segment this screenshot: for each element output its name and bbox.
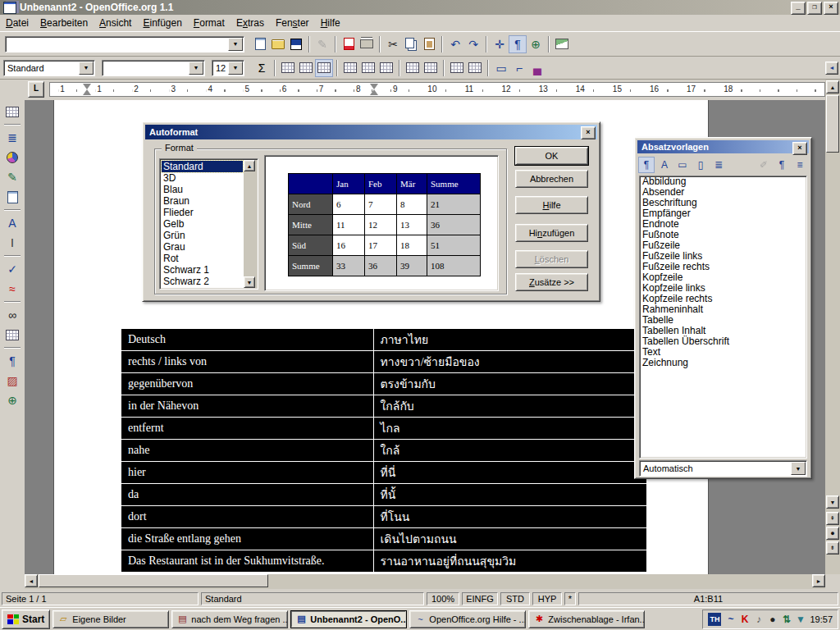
sum-icon[interactable]: Σ (253, 59, 271, 77)
new-document-icon[interactable] (251, 35, 269, 53)
status-hyperlink-mode[interactable]: HYP (532, 592, 562, 605)
delete-column-icon[interactable] (466, 59, 484, 77)
table-row[interactable]: hierที่นี่ (121, 462, 647, 484)
stylist-close-icon[interactable]: × (792, 142, 807, 155)
format-item[interactable]: Türkis (162, 287, 243, 290)
cell-german[interactable]: Deutsch (121, 328, 373, 351)
redo-icon[interactable]: ↷ (464, 35, 482, 53)
list-scroll-down-icon[interactable]: ▼ (244, 276, 255, 288)
hyperlink-globe-icon[interactable]: ⊕ (527, 35, 545, 53)
fill-format-mode-icon[interactable]: ✐ (756, 157, 772, 173)
scroll-down-icon[interactable]: ▼ (826, 495, 839, 509)
format-item[interactable]: Blau (162, 184, 243, 195)
table-borders-icon[interactable] (341, 59, 359, 77)
cell-thai[interactable]: ที่นี่ (373, 462, 647, 484)
stylist-filter-combobox[interactable]: Automatisch ▼ (639, 460, 807, 477)
table-row[interactable]: daที่นั้ (121, 484, 647, 506)
status-zoom[interactable]: 100% (427, 592, 459, 605)
mouse-icon[interactable]: ● (766, 613, 778, 625)
menu-datei[interactable]: Datei (0, 16, 34, 30)
language-indicator[interactable]: TH (708, 613, 721, 626)
table-row[interactable]: die Straße entlang gehenเดินไปตามถนน (121, 528, 647, 550)
status-selection-mode[interactable]: STD (500, 592, 530, 605)
cell-german[interactable]: da (121, 484, 373, 506)
url-combobox[interactable]: ▼ (5, 36, 244, 52)
format-item[interactable]: Gelb (162, 218, 243, 230)
window-titlebar[interactable]: Unbenannt2 - OpenOffice.org 1.1 _ ❐ × (0, 0, 840, 15)
antivirus-icon[interactable]: K (738, 613, 751, 625)
cell-german[interactable]: Das Restaurant ist in der Sukhumvitstraß… (121, 550, 373, 573)
format-item[interactable]: Schwarz 1 (162, 264, 243, 276)
edit-file-icon[interactable]: ✎ (313, 35, 331, 53)
stylist-titlebar[interactable]: Absatzvorlagen × (637, 140, 809, 153)
url-dropdown-icon[interactable]: ▼ (228, 38, 243, 51)
menu-extras[interactable]: Extras (231, 16, 270, 30)
font-dropdown-icon[interactable]: ▼ (189, 62, 203, 75)
cell-german[interactable]: entfernt (121, 418, 373, 440)
style-item[interactable]: Tabellen Überschrift (640, 336, 806, 347)
table-row[interactable]: entferntไกล (121, 418, 647, 440)
borders-icon[interactable]: ▭ (492, 59, 510, 77)
format-item[interactable]: Grün (162, 230, 243, 241)
background-color-icon[interactable]: ▄ (528, 59, 546, 77)
font-name-combobox[interactable]: ▼ (102, 60, 205, 76)
format-item[interactable]: Braun (162, 195, 243, 207)
insert-object-chart-icon[interactable] (2, 148, 22, 167)
autospellcheck-icon[interactable]: ≈ (2, 279, 22, 299)
cell-thai[interactable]: ไกล (373, 418, 647, 440)
vertical-scrollbar[interactable]: ▲ ▼ ⇞ ● ⇟ (825, 80, 840, 574)
cell-german[interactable]: hier (121, 462, 373, 484)
task-writer-doc[interactable]: ▤Unbenannt2 - OpenO... (290, 610, 407, 628)
optimize-icon[interactable] (315, 59, 333, 77)
cell-thai[interactable]: ตรงข้ามกับ (373, 373, 647, 395)
toolbar-scroll-left-icon[interactable]: ◄ (825, 62, 838, 75)
document-table[interactable]: Deutschภาษาไทยrechts / links vonทางขวา/ซ… (120, 327, 648, 573)
save-icon[interactable] (287, 35, 305, 53)
cell-thai[interactable]: ภาษาไทย (373, 328, 647, 351)
cell-german[interactable]: in der Nähevon (121, 395, 373, 418)
export-pdf-icon[interactable] (340, 35, 358, 53)
menu-einfügen[interactable]: Einfügen (137, 16, 187, 30)
gallery-icon[interactable] (553, 35, 571, 53)
quickstarter-icon[interactable]: ~ (724, 613, 737, 625)
cell-thai[interactable]: ทางขวา/ซ้ายมือของ (373, 351, 647, 373)
spellcheck-icon[interactable]: ✓ (2, 259, 22, 279)
online-layout-icon[interactable]: ⊕ (2, 390, 22, 410)
ok-button[interactable]: OK (515, 147, 588, 165)
table-row[interactable]: dortที่โนน (121, 506, 647, 528)
vscroll-thumb[interactable] (826, 95, 839, 153)
cut-icon[interactable]: ✂ (384, 35, 402, 53)
find-replace-icon[interactable]: ∞ (2, 305, 22, 325)
add-button[interactable]: Hinzufügen (515, 224, 588, 242)
horizontal-scrollbar[interactable]: ◄ ► (25, 574, 825, 589)
graphics-onoff-icon[interactable]: ▨ (2, 371, 22, 390)
style-dropdown-icon[interactable]: ▼ (79, 62, 94, 75)
table-row[interactable]: naheใกล้ (121, 440, 647, 462)
insert-table-icon[interactable] (2, 102, 22, 121)
horizontal-ruler[interactable]: 1123456789101112131415161718 (49, 82, 825, 97)
character-styles-icon[interactable]: A (656, 157, 673, 173)
menu-bearbeiten[interactable]: Bearbeiten (34, 16, 94, 30)
menu-fenster[interactable]: Fenster (270, 16, 315, 30)
size-dropdown-icon[interactable]: ▼ (228, 62, 243, 75)
table-grid-icon[interactable] (359, 59, 377, 77)
format-item[interactable]: Schwarz 2 (162, 276, 243, 287)
cell-german[interactable]: nahe (121, 440, 373, 462)
next-page-icon[interactable]: ⇟ (826, 541, 839, 555)
line-style-icon[interactable]: ⌐ (510, 59, 528, 77)
cell-german[interactable]: gegenübervon (121, 373, 373, 395)
table-autoformat-icon[interactable] (377, 59, 395, 77)
cell-thai[interactable]: ใกล้ (373, 440, 647, 462)
autotext-icon[interactable]: A (2, 213, 22, 233)
previous-page-icon[interactable]: ⇞ (826, 512, 839, 525)
update-icon[interactable]: ⇅ (780, 613, 792, 625)
new-style-from-selection-icon[interactable]: ¶ (774, 157, 790, 173)
cell-thai[interactable]: เดินไปตามถนน (373, 528, 647, 550)
merge-cells-icon[interactable] (279, 59, 297, 77)
menu-ansicht[interactable]: Ansicht (94, 16, 137, 30)
cell-thai[interactable]: ที่นั้ (373, 484, 647, 506)
cell-thai[interactable]: รานอาหานอยู่ที่ถนนสุขุมวิม (373, 550, 647, 573)
format-item[interactable]: Rot (162, 253, 243, 264)
minimize-button[interactable]: _ (791, 2, 806, 15)
cancel-button[interactable]: Abbrechen (515, 170, 588, 188)
